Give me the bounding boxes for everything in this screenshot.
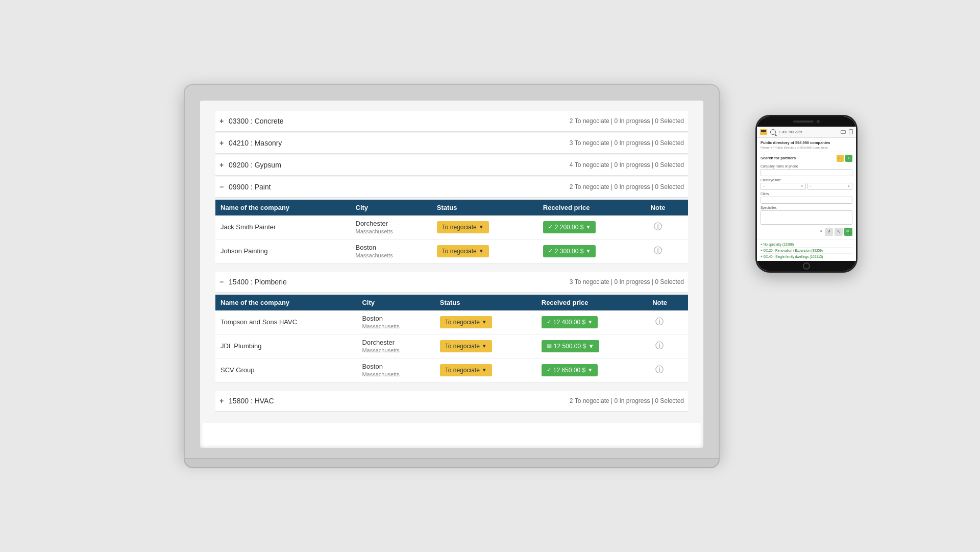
add-minus-button[interactable]: +− — [837, 155, 844, 162]
category-row-hvac[interactable]: + 15800 : HVAC 2 To negociate | 0 In pro… — [215, 391, 688, 412]
price-button[interactable]: ✓ 2 200.00 $ ▼ — [543, 221, 596, 233]
state-text: Massachusetts — [356, 252, 393, 258]
state-text: Massachusetts — [362, 371, 399, 377]
price-email-button[interactable]: ✉ 12 500.00 $ ▼ — [542, 340, 599, 352]
phone-search-section: Search for partners +− + Company name or… — [757, 152, 856, 240]
price-button[interactable]: ✓ 12 400.00 $ ▼ — [542, 316, 598, 328]
specialty-item-no-specialty[interactable]: + No specialty (13288) — [761, 242, 852, 248]
category-stats-hvac: 2 To negociate | 0 In progress | 0 Selec… — [570, 397, 684, 404]
check-filter-button[interactable]: ✓ — [825, 228, 833, 236]
company-name: Jack Smith Painter — [220, 223, 276, 231]
expand-icon-masonry: + — [219, 139, 224, 147]
dropdown-arrow-icon: ▼ — [479, 248, 484, 254]
company-name: SCV Group — [220, 366, 254, 374]
category-title-masonry: + 04210 : Masonry — [219, 139, 282, 147]
category-stats-masonry: 3 To negociate | 0 In progress | 0 Selec… — [570, 139, 684, 147]
category-row-concrete[interactable]: + 03300 : Concrete 2 To negociate | 0 In… — [215, 111, 688, 132]
phone-title-section: Public directory of 598,990 companies Pa… — [757, 138, 856, 152]
table-row: Tompson and Sons HAVC Boston Massachuset… — [215, 310, 688, 334]
company-input[interactable] — [761, 169, 852, 176]
price-button[interactable]: ✓ 2 300.00 $ ▼ — [543, 245, 596, 257]
phone-top-bar — [757, 116, 856, 127]
add-button[interactable]: + — [845, 155, 852, 162]
plomberie-col-status: Status — [435, 295, 536, 310]
phone-top-nav: 1 800 780 2929 — [757, 127, 856, 138]
state-text: Massachusetts — [362, 347, 399, 353]
state-text: Massachusetts — [356, 228, 393, 234]
search-header: Search for partners +− + — [761, 155, 852, 162]
email-icon[interactable] — [841, 130, 846, 134]
status-button[interactable]: To negociate ▼ — [440, 316, 492, 328]
table-row: SCV Group Boston Massachusetts To negoci… — [215, 358, 688, 382]
country-label: Country/State — [761, 178, 852, 182]
category-title-concrete: + 03300 : Concrete — [219, 117, 284, 125]
expand-icon-plomberie: − — [219, 278, 224, 286]
table-row: Johson Painting Boston Massachusetts To … — [215, 239, 688, 263]
category-row-gypsum[interactable]: + 09200 : Gypsum 4 To negociate | 0 In p… — [215, 155, 688, 176]
status-button[interactable]: To negociate ▼ — [437, 221, 489, 233]
screen-content: + 03300 : Concrete 2 To negociate | 0 In… — [200, 101, 703, 423]
dropdown-arrow-icon: ▼ — [588, 343, 594, 350]
info-button[interactable]: ⓘ — [651, 245, 665, 257]
category-row-paint[interactable]: − 09900 : Paint 2 To negociate | 0 In pr… — [215, 177, 688, 198]
paint-col-city: City — [351, 200, 432, 215]
search-icon[interactable] — [770, 129, 776, 135]
info-button[interactable]: ⓘ — [652, 316, 667, 328]
plomberie-col-note: Note — [647, 295, 688, 310]
search-label: Search for partners — [761, 156, 796, 160]
email-icon: ✉ — [547, 343, 552, 350]
category-title-plomberie: − 15400 : Plomberie — [219, 278, 287, 286]
info-button[interactable]: ⓘ — [651, 221, 665, 233]
delete-filter-button[interactable]: ␡ — [835, 228, 843, 236]
notification-icon[interactable] — [849, 129, 853, 134]
plomberie-col-price: Received price — [536, 295, 647, 310]
plomberie-expand-area: Name of the company City Status Received… — [215, 295, 688, 382]
action-buttons: « ✓ ␡ 🔍 — [761, 227, 852, 237]
dropdown-arrow-icon: ▼ — [482, 367, 487, 373]
country-state-row: -- ▼ -- ▼ — [761, 183, 852, 190]
phone-breadcrumb: Partners / Public Directory of 598,988 C… — [761, 146, 852, 149]
dropdown-arrow-icon: ▼ — [585, 224, 591, 230]
category-title-gypsum: + 09200 : Gypsum — [219, 161, 281, 169]
status-button[interactable]: To negociate ▼ — [437, 245, 489, 257]
plomberie-table: Name of the company City Status Received… — [215, 295, 688, 382]
expand-icon-paint: − — [219, 183, 224, 191]
city-text: Boston — [356, 244, 376, 251]
laptop-base — [184, 459, 720, 468]
city-text: Dorchester — [356, 220, 388, 227]
dropdown-arrow-icon: ▼ — [587, 367, 593, 373]
state-select[interactable]: -- ▼ — [807, 183, 853, 190]
price-button[interactable]: ✓ 12 650.00 $ ▼ — [542, 364, 598, 376]
status-button[interactable]: To negociate ▼ — [440, 364, 492, 376]
specialties-textarea[interactable] — [761, 210, 852, 225]
city-text: Boston — [362, 315, 382, 322]
laptop-screen: + 03300 : Concrete 2 To negociate | 0 In… — [200, 101, 703, 448]
city-text: Dorchester — [362, 339, 395, 346]
plomberie-col-city: City — [357, 295, 434, 310]
table-row: Jack Smith Painter Dorchester Massachuse… — [215, 215, 688, 239]
specialty-item-renovation[interactable]: + 00120 : Renovation / Expansion (39259) — [761, 248, 852, 254]
chevron-down-icon: ▼ — [800, 184, 803, 188]
search-submit-button[interactable]: 🔍 — [844, 228, 852, 236]
table-row: JDL Plumbing Dorchester Massachusetts To… — [215, 334, 688, 358]
specialty-list: + No specialty (13288) + 00120 : Renovat… — [757, 240, 856, 261]
info-button[interactable]: ⓘ — [652, 340, 667, 352]
phone-home-button[interactable] — [803, 262, 810, 270]
info-button[interactable]: ⓘ — [652, 364, 667, 376]
collapse-icon[interactable]: « — [819, 228, 823, 236]
cities-input[interactable] — [761, 197, 852, 204]
company-name: Johson Painting — [220, 247, 268, 255]
paint-table: Name of the company City Status Received… — [215, 200, 688, 263]
country-select[interactable]: -- ▼ — [761, 183, 806, 190]
category-row-masonry[interactable]: + 04210 : Masonry 3 To negociate | 0 In … — [215, 133, 688, 154]
category-stats-concrete: 2 To negociate | 0 In progress | 0 Selec… — [570, 117, 684, 125]
status-button[interactable]: To negociate ▼ — [440, 340, 492, 352]
menu-icon[interactable] — [760, 129, 767, 135]
category-row-plomberie[interactable]: − 15400 : Plomberie 3 To negociate | 0 I… — [215, 272, 688, 293]
dropdown-arrow-icon: ▼ — [585, 248, 591, 254]
category-stats-paint: 2 To negociate | 0 In progress | 0 Selec… — [570, 183, 684, 190]
specialty-item-single-family[interactable]: + 00140 : Single family dwellings (10211… — [761, 254, 852, 259]
paint-col-note: Note — [646, 200, 688, 215]
paint-col-price: Received price — [538, 200, 646, 215]
category-stats-plomberie: 3 To negociate | 0 In progress | 0 Selec… — [570, 278, 684, 285]
